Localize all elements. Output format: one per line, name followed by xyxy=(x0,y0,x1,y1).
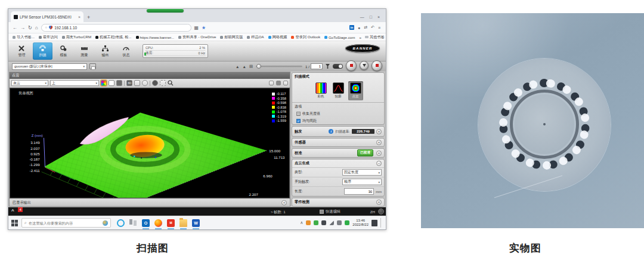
bookmark-item[interactable]: 资料共享 - OneDrive xyxy=(178,35,216,40)
zoom-out-icon[interactable]: ▲ xyxy=(243,65,246,69)
view-3d-icon[interactable]: 3D xyxy=(126,80,132,86)
tray-network-icon[interactable] xyxy=(329,220,334,225)
window-close-button[interactable]: × xyxy=(377,15,380,19)
save-button[interactable] xyxy=(89,63,96,69)
frame-number-input[interactable] xyxy=(311,63,323,69)
task-view-icon[interactable] xyxy=(129,219,137,227)
quick-edit[interactable]: 快速编辑 xyxy=(320,209,340,214)
filter-icon[interactable] xyxy=(326,64,330,69)
mode-color[interactable]: 彩色 xyxy=(314,81,329,100)
bookmark-item[interactable]: 机械工程|传感, 检... xyxy=(95,35,132,40)
option-collect-intensity[interactable]: 收集亮度值 xyxy=(292,110,384,117)
tab-status[interactable]: 状态 xyxy=(116,42,136,60)
viewport-3d[interactable]: Z (mm) 3.149 2.037 0.925 -0.187 -1.299 -… xyxy=(10,88,290,198)
file-explorer-icon[interactable] xyxy=(179,219,187,227)
expand-trigger-button[interactable]: + xyxy=(376,129,382,134)
expand-calibration-button[interactable]: + xyxy=(376,151,382,156)
start-trigger-select[interactable]: 顺序▾ xyxy=(342,179,382,185)
info-icon[interactable]: i xyxy=(329,129,333,134)
link-icon[interactable] xyxy=(269,81,274,85)
bookmark-star-icon[interactable]: ★ xyxy=(202,25,206,30)
menu-icon[interactable]: ≡ xyxy=(378,26,380,30)
grid-view-icon[interactable] xyxy=(134,80,140,86)
replay-slider[interactable] xyxy=(256,66,302,67)
tab-scan[interactable]: 扫描 xyxy=(33,42,52,60)
checkbox-checked-icon[interactable]: ✓ xyxy=(296,119,301,123)
heatmap-view-icon[interactable] xyxy=(101,80,107,86)
hidden-icons-chevron[interactable]: ∧ xyxy=(300,220,303,225)
window-minimize-button[interactable]: — xyxy=(360,15,364,19)
forward-icon[interactable]: → xyxy=(20,25,25,30)
intensity-view-icon[interactable] xyxy=(109,80,114,86)
notification-center-icon[interactable] xyxy=(371,220,377,226)
bookmark-item[interactable]: 网络视频 xyxy=(268,35,287,40)
record-button[interactable] xyxy=(346,60,357,71)
pan-hand-icon[interactable] xyxy=(152,80,158,86)
bookmark-item[interactable]: 样品OA xyxy=(247,35,264,40)
url-bar[interactable]: ○ 192.168.1.10 xyxy=(41,24,191,32)
snapshot-icon[interactable] xyxy=(276,81,281,85)
slider-knob[interactable] xyxy=(256,64,261,69)
length-input[interactable] xyxy=(344,188,374,195)
select-region-icon[interactable] xyxy=(160,80,166,86)
new-tab-button[interactable]: + xyxy=(87,14,90,20)
zoom-in-icon[interactable]: ▲ xyxy=(236,65,239,69)
search-input[interactable] xyxy=(29,221,101,225)
zoom-magnifier-icon[interactable] xyxy=(168,80,174,86)
bookmark-item[interactable]: 最常访问 xyxy=(39,35,58,40)
snapshot-button[interactable] xyxy=(360,61,369,70)
config-select[interactable]: guoxuan (默认) [未保存]▾ xyxy=(12,63,87,70)
linkedin-extension-icon[interactable]: in xyxy=(349,25,354,30)
tab-measure[interactable]: 测量 xyxy=(75,42,94,60)
height-view-icon[interactable] xyxy=(116,80,122,86)
browser-tab[interactable]: LPM Sensor LPM301-65NDXI × xyxy=(11,11,83,22)
layout-icon[interactable] xyxy=(283,81,288,85)
word-icon[interactable]: W xyxy=(192,219,200,227)
expand-outputs-button[interactable]: + xyxy=(281,200,287,205)
stop-button[interactable] xyxy=(371,60,382,71)
expand-part-detect-button[interactable]: + xyxy=(376,199,382,205)
window-maximize-button[interactable]: □ xyxy=(370,15,372,19)
bookmark-item[interactable]: 登录到 Outlook xyxy=(291,35,320,40)
language-indicator[interactable]: ZH xyxy=(370,210,375,214)
tray-safety-icon[interactable] xyxy=(345,220,349,225)
tray-battery-icon[interactable] xyxy=(321,220,326,225)
mail-icon[interactable]: M xyxy=(167,219,175,227)
back-icon[interactable]: ← xyxy=(13,25,17,30)
bookmark-item[interactable]: 邮箱网页版 xyxy=(220,35,243,40)
settings-gear-icon[interactable] xyxy=(378,208,384,214)
other-bookmarks-folder[interactable]: 其他书签 xyxy=(365,35,385,40)
bookmarks-overflow-chevron[interactable]: » xyxy=(359,35,361,39)
expand-sensor-button[interactable]: + xyxy=(376,140,382,145)
tab-manage[interactable]: 管理 xyxy=(12,42,32,60)
bookmark-item[interactable]: https://www.banner... xyxy=(136,35,174,39)
taskbar-clock[interactable]: 13:46 2022/8/22 xyxy=(352,219,369,227)
fit-view-icon[interactable]: ▤ xyxy=(249,64,253,69)
bookmark-item[interactable]: GoToStage.com xyxy=(324,35,355,39)
bookmark-item[interactable]: 导入书签... xyxy=(13,35,35,40)
tab-template[interactable]: 模板 xyxy=(54,42,73,60)
collapse-pcgen-button[interactable]: − xyxy=(376,161,382,166)
settings-icon[interactable] xyxy=(142,80,148,86)
extension-circle-icon[interactable]: ● xyxy=(358,26,360,30)
source-select[interactable]: 点云▾ xyxy=(11,80,48,86)
taskbar-search[interactable]: ⌕ xyxy=(21,218,111,228)
grid-apps-icon[interactable]: ▦ xyxy=(194,25,199,30)
mode-pointcloud[interactable]: 点云 xyxy=(348,81,363,100)
bookmark-item[interactable]: 用友TurboCRM xyxy=(62,35,91,40)
sync-icon[interactable]: ⇄ xyxy=(364,25,367,30)
history-back-icon[interactable]: ↶ xyxy=(371,25,374,30)
outlook-icon[interactable]: O xyxy=(142,219,150,227)
cortana-icon[interactable] xyxy=(117,219,125,227)
option-uniform-spacing[interactable]: ✓ 均匀间距 xyxy=(292,117,384,124)
show-desktop-button[interactable] xyxy=(380,218,382,228)
home-icon[interactable]: ⌂ xyxy=(35,25,38,30)
tray-sync-icon[interactable] xyxy=(314,220,318,225)
reload-icon[interactable]: ↻ xyxy=(28,25,32,30)
page-info-icon[interactable]: ○ xyxy=(45,26,48,29)
tray-volume-icon[interactable] xyxy=(337,220,342,225)
tab-output[interactable]: 输出 xyxy=(95,42,115,60)
firefox-icon[interactable] xyxy=(154,219,162,227)
tab-close-icon[interactable]: × xyxy=(78,15,80,19)
run-toggle[interactable] xyxy=(333,64,343,69)
